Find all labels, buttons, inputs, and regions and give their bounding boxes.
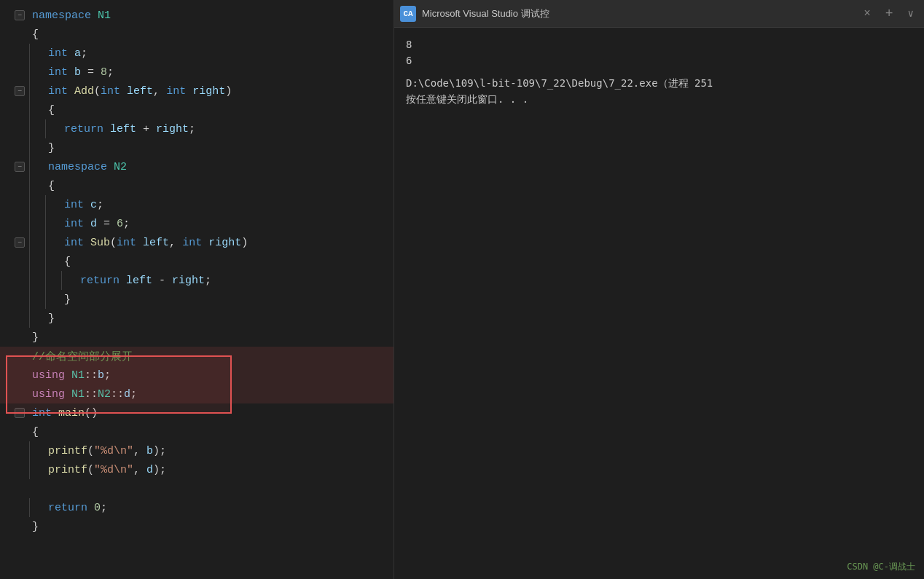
fold-icon[interactable]: −	[15, 408, 25, 418]
code-content: }	[29, 331, 39, 344]
token-plain: ;	[130, 388, 137, 401]
token-plain	[84, 218, 90, 230]
token-kw: return	[48, 502, 87, 514]
code-content: return left + right;	[61, 123, 195, 135]
token-fn: main	[58, 407, 85, 420]
token-plain: ;	[97, 199, 103, 211]
indent-guide	[29, 63, 45, 82]
token-plain: )	[225, 85, 232, 98]
token-plain	[87, 502, 94, 514]
fold-icon[interactable]: −	[15, 237, 25, 248]
indent-guide	[29, 119, 45, 138]
gutter: −	[0, 86, 29, 96]
gutter: −	[0, 162, 29, 172]
code-line: −int Sub(int left, int right)	[0, 233, 394, 252]
code-line: int b = 8;	[0, 63, 394, 82]
indent-guide	[29, 309, 45, 328]
code-line: }	[0, 290, 394, 309]
indent-guide	[29, 195, 45, 214]
fold-icon[interactable]: −	[15, 86, 25, 96]
fold-icon[interactable]: −	[15, 162, 25, 172]
console-close-button[interactable]: ×	[859, 6, 875, 22]
code-editor: −namespace N1{int a;int b = 8;−int Add(i…	[0, 0, 394, 579]
token-using-kw: using	[32, 369, 65, 382]
console-body: 86 D:\Code\109\l-bit-109\7_22\Debug\7_22…	[394, 28, 924, 579]
token-plain: }	[48, 142, 55, 154]
token-ns-name: N1	[71, 388, 85, 401]
indent-guide	[45, 252, 61, 271]
code-content: {	[29, 28, 39, 41]
code-content: int main()	[29, 407, 98, 420]
indent-guide	[61, 271, 77, 290]
token-plain: =	[81, 66, 101, 79]
code-lines: −namespace N1{int a;int b = 8;−int Add(i…	[0, 0, 394, 542]
token-var: d	[90, 218, 97, 230]
code-content: printf("%d\n", d);	[45, 464, 166, 476]
token-kw: namespace	[48, 161, 107, 173]
code-line: −namespace N2	[0, 157, 394, 176]
token-ns-name: N2	[98, 388, 111, 401]
code-line: {	[0, 252, 394, 271]
console-output-line: 6	[406, 52, 912, 68]
token-num: 0	[94, 502, 101, 514]
console-output-line: 8	[406, 36, 912, 52]
indent-guide	[29, 271, 45, 290]
code-content: }	[45, 312, 55, 325]
console-chevron-button[interactable]: ∨	[904, 6, 918, 21]
indent-guide	[29, 290, 45, 309]
code-line: printf("%d\n", d);	[0, 460, 394, 479]
token-str: "%d\n"	[94, 464, 133, 476]
token-plain: )	[241, 237, 248, 249]
token-plain	[84, 237, 90, 249]
token-plain: +	[136, 123, 156, 135]
console-output-area: 86	[406, 36, 912, 69]
token-var: d	[124, 388, 130, 401]
indent-guide	[45, 233, 61, 252]
fold-icon[interactable]: −	[15, 10, 25, 20]
token-plain: ,	[133, 445, 146, 457]
token-kw: int	[166, 85, 186, 98]
token-fn: Sub	[90, 237, 110, 249]
token-param: right	[208, 237, 241, 249]
console-icon-label: CA	[403, 9, 412, 18]
indent-guide	[29, 460, 45, 479]
gutter: −	[0, 237, 29, 248]
token-plain: (	[94, 85, 101, 98]
token-plain: (	[87, 445, 94, 457]
gutter: −	[0, 408, 29, 418]
indent-guide	[45, 119, 61, 138]
token-plain	[103, 123, 110, 135]
console-icon: CA	[400, 6, 416, 22]
code-content: {	[45, 180, 55, 192]
code-line: return 0;	[0, 498, 394, 517]
code-content: {	[61, 256, 71, 268]
main-area: −namespace N1{int a;int b = 8;−int Add(i…	[0, 0, 924, 579]
code-line: printf("%d\n", b);	[0, 441, 394, 460]
token-plain: ;	[101, 502, 107, 514]
token-num: 8	[101, 66, 107, 79]
code-content: {	[45, 104, 55, 117]
token-str: "%d\n"	[94, 445, 133, 457]
console-path: D:\Code\109\l-bit-109\7_22\Debug\7_22.ex…	[406, 75, 912, 91]
code-content: int Sub(int left, int right)	[61, 237, 248, 249]
console-title: Microsoft Visual Studio 调试控	[422, 7, 853, 20]
token-plain: {	[32, 426, 39, 438]
code-line: −namespace N1	[0, 6, 394, 25]
token-plain: ,	[153, 85, 166, 98]
code-content: }	[45, 142, 55, 154]
code-line: int d = 6;	[0, 214, 394, 233]
indent-guide	[29, 233, 45, 252]
token-kw: return	[64, 123, 103, 135]
code-line: return left + right;	[0, 119, 394, 138]
code-line: {	[0, 25, 394, 44]
token-plain: ()	[85, 407, 98, 420]
code-content: //命名空间部分展开	[29, 350, 133, 363]
indent-guide	[29, 44, 45, 63]
token-kw: int	[101, 85, 120, 98]
token-plain: ;	[205, 275, 211, 287]
console-plus-button[interactable]: +	[881, 5, 898, 23]
code-line: }	[0, 309, 394, 328]
code-content: using N1::N2::d;	[29, 388, 137, 401]
code-line	[0, 479, 394, 498]
code-content: return 0;	[45, 502, 107, 514]
